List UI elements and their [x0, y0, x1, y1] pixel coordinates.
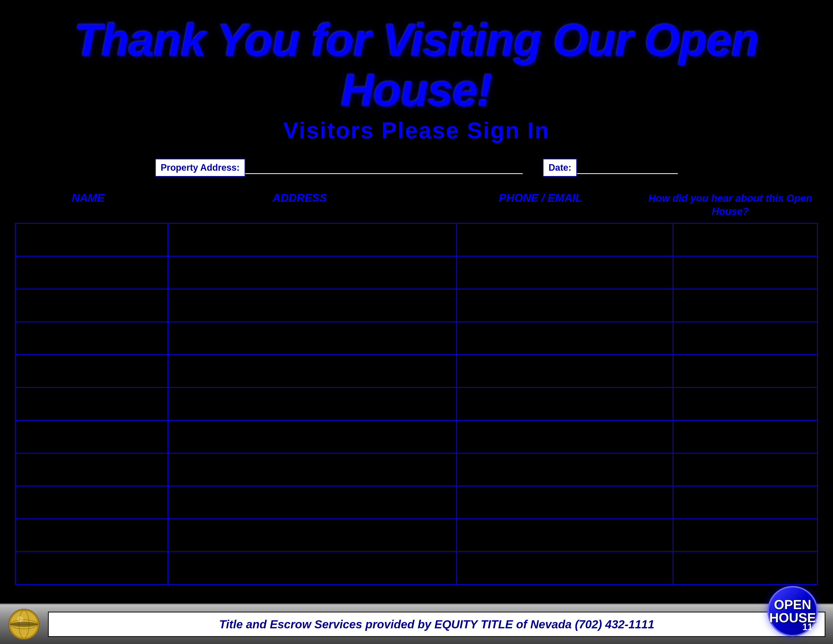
cell-name[interactable] — [16, 486, 168, 519]
cell-address[interactable] — [168, 486, 457, 519]
header: Thank You for Visiting Our Open House! V… — [0, 0, 833, 144]
cell-name[interactable] — [16, 453, 168, 486]
footer-text-box: Title and Escrow Services provided by EQ… — [48, 612, 825, 637]
col-header-address: ADDRESS — [161, 189, 439, 221]
table-row — [16, 552, 818, 584]
cell-name[interactable] — [16, 420, 168, 453]
equity-title-logo — [8, 608, 40, 641]
cell-name[interactable] — [16, 289, 168, 322]
page: Thank You for Visiting Our Open House! V… — [0, 0, 833, 644]
cell-phone[interactable] — [457, 355, 673, 388]
cell-address[interactable] — [168, 388, 457, 420]
table-section: NAME ADDRESS PHONE / EMAIL How did you h… — [15, 189, 818, 585]
cell-name[interactable] — [16, 552, 168, 584]
cell-how-did[interactable] — [673, 388, 818, 420]
cell-phone[interactable] — [457, 224, 673, 256]
cell-phone[interactable] — [457, 453, 673, 486]
cell-address[interactable] — [168, 224, 457, 256]
svg-point-6 — [17, 616, 23, 622]
col-header-name: NAME — [15, 189, 161, 221]
property-address-label: Property Address: — [155, 159, 245, 177]
table-row — [16, 355, 818, 388]
cell-how-did[interactable] — [673, 552, 818, 584]
cell-how-did[interactable] — [673, 322, 818, 355]
cell-phone[interactable] — [457, 486, 673, 519]
cell-phone[interactable] — [457, 322, 673, 355]
cell-how-did[interactable] — [673, 420, 818, 453]
property-address-field: Property Address: — [155, 159, 523, 177]
cell-address[interactable] — [168, 453, 457, 486]
cell-address[interactable] — [168, 519, 457, 552]
cell-how-did[interactable] — [673, 519, 818, 552]
svg-point-5 — [10, 622, 38, 627]
table-row — [16, 519, 818, 552]
cell-phone[interactable] — [457, 388, 673, 420]
cell-address[interactable] — [168, 322, 457, 355]
cell-name[interactable] — [16, 224, 168, 256]
table-row — [16, 486, 818, 519]
badge-text-open: OPEN — [774, 598, 811, 611]
cell-phone[interactable] — [457, 519, 673, 552]
cell-how-did[interactable] — [673, 289, 818, 322]
cell-how-did[interactable] — [673, 486, 818, 519]
table-row — [16, 453, 818, 486]
cell-name[interactable] — [16, 322, 168, 355]
cell-how-did[interactable] — [673, 453, 818, 486]
footer: Title and Escrow Services provided by EQ… — [0, 604, 833, 644]
cell-how-did[interactable] — [673, 355, 818, 388]
cell-address[interactable] — [168, 256, 457, 289]
cell-address[interactable] — [168, 552, 457, 584]
table-row — [16, 322, 818, 355]
column-headers: NAME ADDRESS PHONE / EMAIL How did you h… — [15, 189, 818, 221]
sub-title: Visitors Please Sign In — [0, 118, 833, 144]
property-address-input[interactable] — [245, 161, 523, 174]
table-row — [16, 289, 818, 322]
cell-how-did[interactable] — [673, 256, 818, 289]
cell-how-did[interactable] — [673, 224, 818, 256]
cell-address[interactable] — [168, 355, 457, 388]
col-header-how-did: How did you hear about this Open House? — [643, 189, 818, 221]
table-row — [16, 224, 818, 256]
table-row — [16, 420, 818, 453]
main-title: Thank You for Visiting Our Open House! — [0, 15, 833, 115]
cell-name[interactable] — [16, 388, 168, 420]
cell-phone[interactable] — [457, 420, 673, 453]
cell-name[interactable] — [16, 519, 168, 552]
table-row — [16, 388, 818, 420]
date-input[interactable] — [577, 161, 678, 174]
open-house-badge: OPEN HOUSE 11 — [767, 586, 818, 636]
badge-number: 11 — [802, 622, 812, 633]
date-field: Date: — [543, 159, 678, 177]
cell-address[interactable] — [168, 420, 457, 453]
table-row — [16, 256, 818, 289]
badge-circle: OPEN HOUSE 11 — [767, 586, 818, 636]
date-label: Date: — [543, 159, 577, 177]
cell-address[interactable] — [168, 289, 457, 322]
address-row: Property Address: Date: — [0, 159, 833, 177]
footer-text: Title and Escrow Services provided by EQ… — [219, 618, 654, 631]
cell-name[interactable] — [16, 355, 168, 388]
cell-phone[interactable] — [457, 552, 673, 584]
cell-phone[interactable] — [457, 256, 673, 289]
col-header-phone: PHONE / EMAIL — [439, 189, 643, 221]
cell-name[interactable] — [16, 256, 168, 289]
sign-in-table — [15, 223, 818, 585]
cell-phone[interactable] — [457, 289, 673, 322]
